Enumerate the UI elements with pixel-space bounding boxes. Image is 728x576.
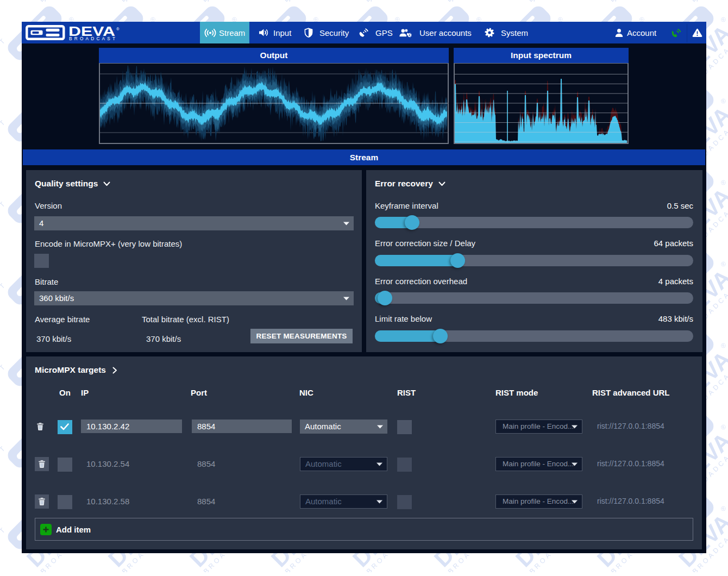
svg-text:BROADCAST: BROADCAST <box>69 36 115 41</box>
svg-text:®: ® <box>116 27 120 32</box>
